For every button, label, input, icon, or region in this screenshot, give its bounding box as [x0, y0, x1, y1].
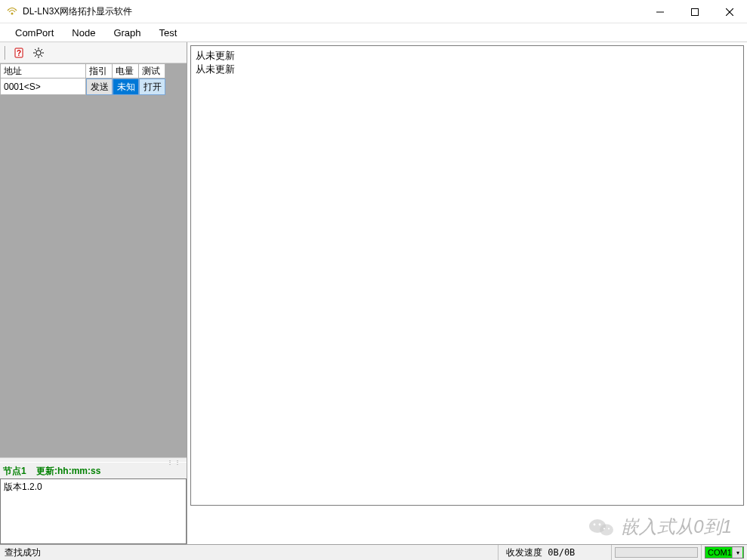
left-pane: ? 地址 指引 电量 测试 0001<S> 发送 未知 打开 ⋮⋮ 节点1 — [0, 42, 187, 544]
window-title: DL-LN3X网络拓扑显示软件 — [23, 5, 643, 18]
output-line: 从未更新 — [196, 49, 739, 63]
svg-line-13 — [41, 55, 42, 57]
cell-address: 0001<S> — [0, 78, 86, 95]
title-bar: DL-LN3X网络拓扑显示软件 — [0, 0, 747, 23]
svg-point-0 — [11, 13, 14, 15]
right-pane: 从未更新 从未更新 — [187, 42, 747, 544]
toolbar-separator — [5, 46, 6, 60]
status-comport: COM17 ▾ — [702, 545, 747, 560]
node-table: 地址 指引 电量 测试 0001<S> 发送 未知 打开 — [0, 63, 187, 457]
minimize-button[interactable] — [643, 0, 678, 23]
table-header: 地址 指引 电量 测试 — [0, 63, 187, 78]
output-panel[interactable]: 从未更新 从未更新 — [190, 45, 744, 506]
menu-graph[interactable]: Graph — [104, 25, 150, 41]
progress-bar — [615, 547, 698, 558]
log-textarea[interactable]: 版本1.2.0 — [0, 478, 187, 544]
close-button[interactable] — [712, 0, 747, 23]
header-index[interactable]: 指引 — [86, 63, 113, 78]
menu-bar: ComPort Node Graph Test — [0, 23, 747, 42]
battery-cell[interactable]: 未知 — [113, 78, 139, 95]
header-battery[interactable]: 电量 — [113, 63, 139, 78]
node-label: 节点1 — [3, 466, 26, 476]
svg-line-14 — [41, 49, 42, 51]
table-row[interactable]: 0001<S> 发送 未知 打开 — [0, 78, 187, 95]
menu-node[interactable]: Node — [63, 25, 104, 41]
lightbulb-icon[interactable] — [32, 45, 45, 60]
status-message: 查找成功 — [0, 545, 499, 560]
comport-combo[interactable]: COM17 ▾ — [705, 546, 744, 558]
log-line: 版本1.2.0 — [4, 481, 183, 494]
svg-rect-2 — [692, 8, 699, 15]
header-address[interactable]: 地址 — [0, 63, 86, 78]
status-progress — [612, 545, 702, 560]
node-status: 节点1 更新:hh:mm:ss — [0, 462, 187, 478]
splitter-horizontal[interactable]: ⋮⋮ — [0, 457, 187, 462]
header-test[interactable]: 测试 — [139, 63, 165, 78]
svg-line-12 — [35, 49, 36, 51]
status-speed: 收发速度 0B/0B — [499, 545, 612, 560]
chevron-down-icon: ▾ — [732, 547, 742, 558]
menu-test[interactable]: Test — [150, 25, 187, 41]
maximize-button[interactable] — [678, 0, 712, 23]
help-icon[interactable]: ? — [12, 45, 26, 60]
send-button[interactable]: 发送 — [86, 78, 113, 95]
svg-line-15 — [35, 55, 36, 57]
app-icon — [6, 5, 18, 17]
output-line: 从未更新 — [196, 63, 739, 76]
toolbar: ? — [0, 42, 187, 63]
svg-point-7 — [36, 50, 41, 54]
menu-comport[interactable]: ComPort — [6, 25, 63, 41]
svg-text:?: ? — [17, 49, 21, 57]
update-timestamp: 更新:hh:mm:ss — [36, 466, 100, 476]
open-button[interactable]: 打开 — [139, 78, 165, 95]
graph-area — [187, 506, 747, 544]
status-bar: 查找成功 收发速度 0B/0B COM17 ▾ — [0, 544, 747, 560]
